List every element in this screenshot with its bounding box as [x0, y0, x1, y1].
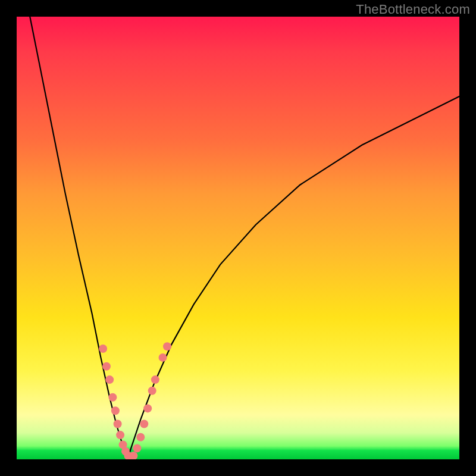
- data-point: [102, 362, 111, 371]
- data-point: [140, 420, 148, 428]
- data-point: [159, 353, 167, 362]
- dots-layer: [99, 342, 171, 459]
- curve-left-branch: [30, 17, 127, 459]
- data-point: [163, 342, 171, 350]
- data-point: [108, 393, 117, 402]
- data-point: [116, 431, 124, 439]
- data-point: [105, 375, 114, 384]
- data-point: [114, 420, 122, 428]
- curve-right-branch: [127, 96, 459, 459]
- curve-layer: [30, 17, 459, 459]
- data-point: [148, 387, 156, 395]
- data-point: [133, 444, 141, 452]
- data-point: [143, 404, 152, 412]
- data-point: [99, 345, 107, 353]
- chart-frame: TheBottleneck.com: [0, 0, 476, 476]
- data-point: [136, 433, 145, 441]
- data-point: [111, 406, 120, 415]
- watermark-text: TheBottleneck.com: [356, 2, 470, 17]
- plot-area: [17, 17, 459, 459]
- chart-svg: [17, 17, 459, 459]
- data-point: [151, 375, 159, 384]
